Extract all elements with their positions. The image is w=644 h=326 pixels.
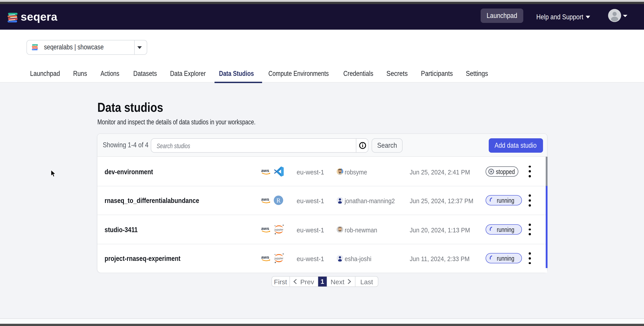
svg-text:jupyter: jupyter bbox=[274, 257, 284, 260]
svg-text:aws: aws bbox=[261, 255, 269, 260]
svg-text:R: R bbox=[276, 197, 281, 204]
svg-text:aws: aws bbox=[261, 168, 269, 173]
svg-text:jupyter: jupyter bbox=[274, 228, 284, 231]
svg-text:aws: aws bbox=[261, 226, 269, 231]
svg-text:aws: aws bbox=[261, 197, 269, 202]
